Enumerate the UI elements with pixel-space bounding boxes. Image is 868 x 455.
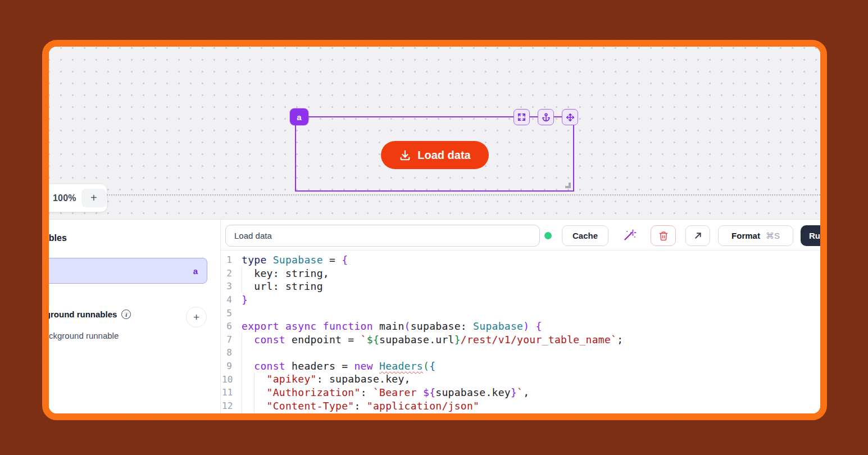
code-line: 13 }); (221, 412, 820, 413)
code-line: 3 url: string (221, 280, 820, 293)
code-line: 9 const headers = new Headers({ (221, 360, 820, 373)
editor-toolbar: Cache (221, 220, 820, 250)
code-line: 1type Supabase = { (221, 253, 820, 267)
code-line: 11 "Authorization": `Bearer ${supabase.k… (221, 386, 820, 399)
magic-wand-button[interactable] (621, 228, 638, 244)
add-background-runnable-button[interactable]: + (186, 307, 207, 327)
code-line: 7 const endpoint = `${supabase.url}/rest… (221, 333, 820, 347)
format-button[interactable]: Format ⌘S (718, 225, 793, 246)
anchor-icon (542, 113, 551, 122)
runnable-item-badge: a (193, 266, 198, 276)
selected-button-component[interactable]: a (295, 116, 574, 192)
code-editor[interactable]: 1type Supabase = {2 key: string,3 url: s… (221, 250, 820, 413)
code-line: 8 (221, 346, 820, 360)
code-line: 5 (221, 306, 820, 320)
format-button-label: Format (731, 231, 760, 240)
runnables-sidebar: Runnables Load data a Background runnabl… (49, 220, 221, 413)
download-icon (399, 149, 411, 161)
app-canvas[interactable]: a (49, 47, 820, 219)
move-icon (566, 113, 575, 122)
load-data-button-label: Load data (417, 149, 470, 162)
zoom-in-button[interactable]: + (81, 189, 106, 207)
runnable-item-label: Load data (49, 266, 193, 276)
load-data-button[interactable]: Load data (381, 141, 489, 169)
app-window: a (42, 40, 827, 420)
trash-icon (658, 231, 669, 241)
resize-handle[interactable] (565, 183, 571, 188)
code-line: 10 "apikey": supabase.key, (221, 372, 820, 386)
code-line: 4} (221, 293, 820, 307)
code-line: 2 key: string, (221, 267, 820, 280)
component-id-badge: a (290, 108, 308, 125)
fullscreen-editor-button[interactable] (685, 225, 710, 246)
zoom-control: 100% + (49, 184, 107, 212)
magic-wand-icon (622, 228, 637, 243)
expand-icon (517, 113, 526, 121)
status-dot (544, 232, 552, 239)
background-runnables-header: Background runnables i (49, 310, 131, 319)
format-shortcut: ⌘S (766, 231, 780, 241)
info-icon[interactable]: i (121, 310, 131, 319)
anchor-component-button[interactable] (538, 109, 554, 125)
code-lines: 1type Supabase = {2 key: string,3 url: s… (221, 253, 820, 413)
code-line: 6export async function main(supabase: Su… (221, 320, 820, 333)
run-button[interactable]: Run (801, 225, 820, 246)
runnable-name-input[interactable] (225, 225, 540, 247)
runnables-title: Runnables (49, 233, 67, 243)
canvas-boundary-line (49, 194, 820, 195)
bottom-panel: Runnables Load data a Background runnabl… (49, 219, 820, 413)
delete-button[interactable] (651, 225, 676, 246)
code-editor-panel: Cache (221, 220, 820, 413)
cache-button[interactable]: Cache (562, 225, 608, 246)
diagonal-expand-icon (693, 231, 703, 240)
expand-component-button[interactable] (513, 109, 530, 125)
move-component-button[interactable] (562, 109, 578, 125)
background-runnables-empty-text: No background runnable (49, 331, 119, 340)
runnable-item-selected[interactable]: Load data a (49, 258, 207, 284)
code-line: 12 "Content-Type": "application/json" (221, 399, 820, 413)
background-runnables-title: Background runnables (49, 310, 117, 319)
zoom-level: 100% (53, 193, 76, 203)
